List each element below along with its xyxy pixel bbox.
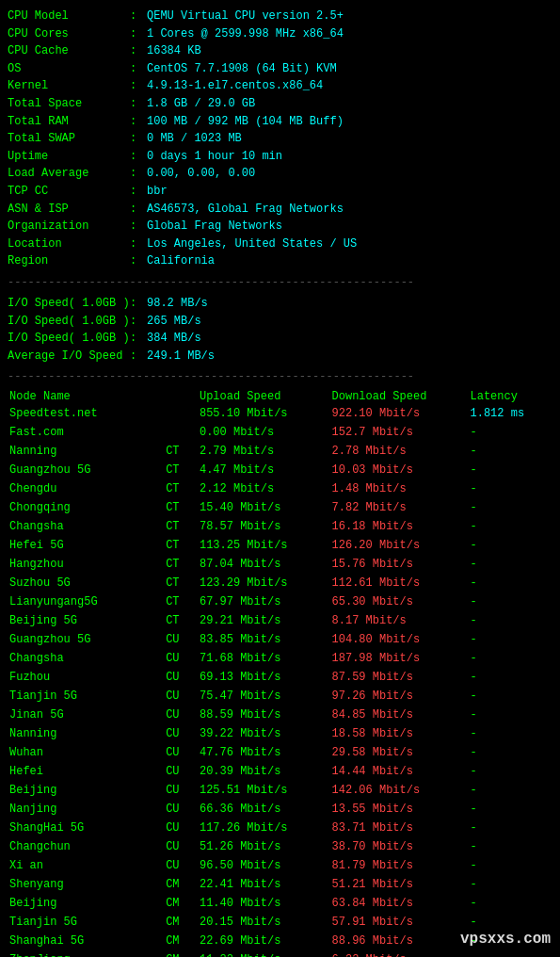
latency: - (469, 706, 552, 724)
table-row: Xi an CU 96.50 Mbit/s 81.79 Mbit/s - (8, 856, 552, 875)
colon: : (130, 77, 143, 95)
table-row: Changchun CU 51.26 Mbit/s 38.70 Mbit/s - (8, 837, 552, 856)
node-name: Hangzhou (8, 555, 164, 574)
system-row: CPU Cores : 1 Cores @ 2599.998 MHz x86_6… (8, 25, 552, 43)
system-label: Load Average (8, 165, 130, 183)
node-name: Nanning (8, 442, 164, 461)
system-label: ASN & ISP (8, 201, 130, 219)
io-section: I/O Speed( 1.0GB ) : 98.2 MB/s I/O Speed… (8, 295, 552, 365)
latency: - (469, 649, 552, 668)
system-row: Total RAM : 100 MB / 992 MB (104 MB Buff… (8, 113, 552, 131)
system-row: CPU Model : QEMU Virtual CPU version 2.5… (8, 8, 552, 25)
system-value: 4.9.13-1.el7.centos.x86_64 (147, 77, 323, 95)
system-value: 0 MB / 1023 MB (147, 130, 242, 148)
latency: - (469, 687, 552, 706)
download-speed: 104.80 Mbit/s (330, 630, 469, 649)
node-isp: CM (164, 894, 198, 913)
node-isp: CT (164, 498, 198, 517)
system-row: Total Space : 1.8 GB / 29.0 GB (8, 95, 552, 113)
system-row: Total SWAP : 0 MB / 1023 MB (8, 130, 552, 148)
system-label: Region (8, 252, 130, 270)
upload-speed: 71.68 Mbit/s (198, 649, 330, 668)
upload-speed: 78.57 Mbit/s (198, 517, 330, 536)
table-row: Nanning CT 2.79 Mbit/s 2.78 Mbit/s - (8, 442, 552, 461)
upload-speed: 113.25 Mbit/s (198, 536, 330, 555)
upload-speed: 66.36 Mbit/s (198, 800, 330, 819)
node-name: Nanning (8, 724, 164, 743)
table-row: Hefei 5G CT 113.25 Mbit/s 126.20 Mbit/s … (8, 536, 552, 555)
table-row: Guangzhou 5G CU 83.85 Mbit/s 104.80 Mbit… (8, 630, 552, 649)
latency: - (469, 574, 552, 592)
upload-speed: 855.10 Mbit/s (198, 404, 330, 423)
download-speed: 13.55 Mbit/s (330, 800, 469, 819)
system-label: Total RAM (8, 113, 130, 131)
io-row: I/O Speed( 1.0GB ) : 265 MB/s (8, 313, 552, 331)
download-speed: 142.06 Mbit/s (330, 781, 469, 800)
upload-speed: 83.85 Mbit/s (198, 630, 330, 649)
node-isp: CU (164, 687, 198, 706)
table-row: Fast.com 0.00 Mbit/s 152.7 Mbit/s - (8, 423, 552, 442)
header-node: Node Name (8, 389, 164, 404)
download-speed: 152.7 Mbit/s (330, 423, 469, 442)
system-value: 0.00, 0.00, 0.00 (147, 165, 255, 183)
download-speed: 83.71 Mbit/s (330, 819, 469, 837)
node-isp: CT (164, 461, 198, 479)
upload-speed: 123.29 Mbit/s (198, 574, 330, 592)
colon: : (130, 313, 143, 331)
download-speed: 126.20 Mbit/s (330, 536, 469, 555)
colon: : (130, 235, 143, 253)
latency: - (469, 517, 552, 536)
table-row: Guangzhou 5G CT 4.47 Mbit/s 10.03 Mbit/s… (8, 461, 552, 479)
system-label: TCP CC (8, 183, 130, 201)
latency: - (469, 856, 552, 875)
io-value: 98.2 MB/s (147, 295, 208, 313)
header-isp (164, 389, 198, 404)
table-row: Hangzhou CT 87.04 Mbit/s 15.76 Mbit/s - (8, 555, 552, 574)
download-speed: 51.21 Mbit/s (330, 875, 469, 894)
upload-speed: 22.41 Mbit/s (198, 875, 330, 894)
node-name: Wuhan (8, 743, 164, 762)
node-name: Speedtest.net (8, 404, 164, 423)
system-label: Total Space (8, 95, 130, 113)
system-label: CPU Cache (8, 42, 130, 60)
system-value: Los Angeles, United States / US (147, 235, 357, 253)
colon: : (130, 8, 143, 25)
node-name: Fuzhou (8, 668, 164, 687)
node-isp: CU (164, 800, 198, 819)
upload-speed: 47.76 Mbit/s (198, 743, 330, 762)
system-row: TCP CC : bbr (8, 183, 552, 201)
colon: : (130, 218, 143, 235)
upload-speed: 2.12 Mbit/s (198, 479, 330, 498)
download-speed: 1.48 Mbit/s (330, 479, 469, 498)
colon: : (130, 25, 143, 43)
upload-speed: 4.47 Mbit/s (198, 461, 330, 479)
table-row: Jinan 5G CU 88.59 Mbit/s 84.85 Mbit/s - (8, 706, 552, 724)
node-name: ZhenJiang (8, 950, 164, 957)
node-name: Guangzhou 5G (8, 630, 164, 649)
node-isp: CU (164, 762, 198, 781)
upload-speed: 22.69 Mbit/s (198, 932, 330, 950)
latency: - (469, 479, 552, 498)
io-value: 249.1 MB/s (147, 348, 215, 365)
colon: : (130, 252, 143, 270)
upload-speed: 15.40 Mbit/s (198, 498, 330, 517)
download-speed: 15.76 Mbit/s (330, 555, 469, 574)
system-label: OS (8, 60, 130, 78)
latency: - (469, 668, 552, 687)
system-label: Kernel (8, 77, 130, 95)
latency: - (469, 743, 552, 762)
upload-speed: 0.00 Mbit/s (198, 423, 330, 442)
download-speed: 57.91 Mbit/s (330, 913, 469, 932)
latency: - (469, 837, 552, 856)
system-value: QEMU Virtual CPU version 2.5+ (147, 8, 344, 25)
node-isp (164, 404, 198, 423)
latency: - (469, 800, 552, 819)
upload-speed: 11.32 Mbit/s (198, 950, 330, 957)
node-isp: CT (164, 536, 198, 555)
colon: : (130, 42, 143, 60)
latency: - (469, 498, 552, 517)
node-isp: CM (164, 913, 198, 932)
table-row: ZhenJiang CM 11.32 Mbit/s 6.23 Mbit/s - (8, 950, 552, 957)
system-label: Uptime (8, 148, 130, 166)
table-row: Chengdu CT 2.12 Mbit/s 1.48 Mbit/s - (8, 479, 552, 498)
